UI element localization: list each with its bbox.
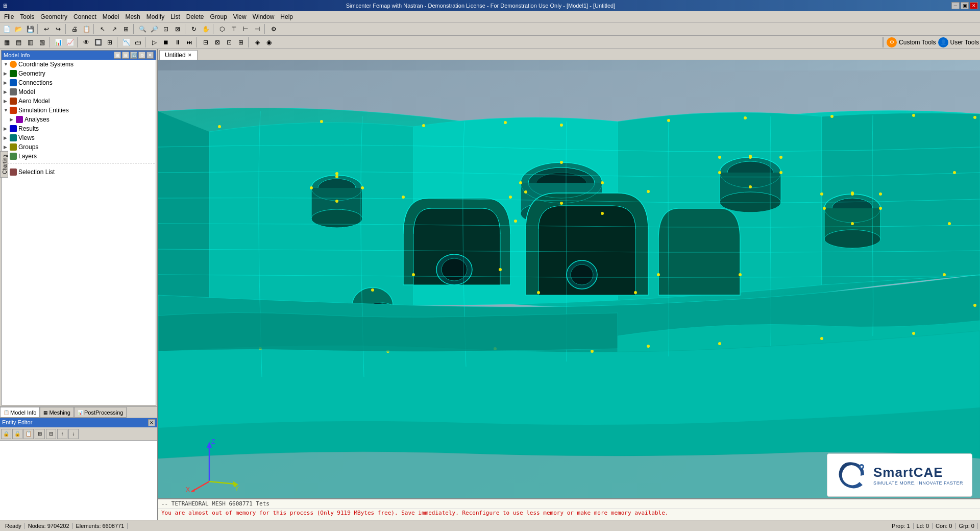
menu-modify[interactable]: Modify bbox=[143, 12, 167, 21]
zoom-all-button[interactable]: ⊠ bbox=[172, 23, 183, 35]
tree-connections[interactable]: ▶ Connections bbox=[2, 78, 156, 87]
save-button[interactable]: 💾 bbox=[24, 23, 36, 35]
tree-aero-model[interactable]: ▶ Aero Model bbox=[2, 96, 156, 106]
select-button[interactable]: ↖ bbox=[97, 23, 108, 35]
tree-coordinate-systems[interactable]: ▼ Coordinate Systems bbox=[2, 60, 156, 69]
custom-tools-label[interactable]: Custom Tools bbox=[899, 39, 936, 46]
viewport-tab-close[interactable]: ✕ bbox=[188, 53, 192, 58]
svg-point-82 bbox=[335, 172, 338, 175]
view-button[interactable]: 👁 bbox=[81, 37, 92, 48]
view-iso-button[interactable]: ⬡ bbox=[216, 23, 228, 35]
results2-button[interactable]: 🗃 bbox=[132, 37, 143, 48]
zoom-out-button[interactable]: 🔎 bbox=[149, 23, 160, 35]
view-front-button[interactable]: ⊢ bbox=[240, 23, 251, 35]
panel-icon3[interactable]: 🔢 bbox=[130, 52, 137, 59]
minimize-button[interactable]: ─ bbox=[951, 2, 960, 9]
disp3-button[interactable]: ⊡ bbox=[224, 37, 235, 48]
entity-close[interactable]: ✕ bbox=[148, 419, 155, 426]
extra2-button[interactable]: ◉ bbox=[263, 37, 275, 48]
ee-btn4[interactable]: ⊞ bbox=[35, 429, 45, 439]
tree-layers[interactable]: ▶ Layers bbox=[2, 152, 156, 161]
sep13 bbox=[248, 37, 250, 47]
ee-btn5[interactable]: ⊟ bbox=[46, 429, 56, 439]
results-button[interactable]: 📉 bbox=[120, 37, 132, 48]
tab-meshing[interactable]: ▦ Meshing bbox=[40, 407, 74, 418]
copy-button[interactable]: 📋 bbox=[81, 23, 92, 35]
ee-btn3[interactable]: 📋 bbox=[23, 429, 34, 439]
undo-button[interactable]: ↩ bbox=[41, 23, 52, 35]
viewport-tab-untitled[interactable]: Untitled ✕ bbox=[159, 50, 198, 60]
panel-icon2[interactable]: ⊟ bbox=[122, 52, 129, 59]
disp2-button[interactable]: ⊠ bbox=[212, 37, 223, 48]
sim1-button[interactable]: ▷ bbox=[149, 37, 160, 48]
menu-file[interactable]: File bbox=[1, 12, 17, 21]
mesh2-button[interactable]: ▤ bbox=[13, 37, 24, 48]
open-button[interactable]: 📂 bbox=[13, 23, 24, 35]
mesh3-button[interactable]: ▥ bbox=[24, 37, 36, 48]
menu-help[interactable]: Help bbox=[277, 12, 296, 21]
tab-model-info[interactable]: 📋 Model Info bbox=[0, 407, 40, 418]
tree-selection-list[interactable]: ▶ Selection List bbox=[2, 167, 156, 177]
zoom-in-button[interactable]: 🔍 bbox=[137, 23, 148, 35]
tree-geometry[interactable]: ▶ Geometry bbox=[2, 69, 156, 78]
menu-group[interactable]: Group bbox=[207, 12, 230, 21]
analysis2-button[interactable]: 📈 bbox=[64, 37, 76, 48]
options-button[interactable]: ⚙ bbox=[268, 23, 279, 35]
view-top-button[interactable]: ⊤ bbox=[228, 23, 239, 35]
view2-button[interactable]: 🔲 bbox=[92, 37, 104, 48]
smartcae-logo: SmartCAE SIMULATE MORE, INNOVATE FASTER bbox=[827, 453, 972, 497]
close-button[interactable]: ✕ bbox=[970, 2, 978, 9]
tree-analyses[interactable]: ▶ Analyses bbox=[2, 115, 156, 124]
svg-point-59 bbox=[591, 350, 594, 353]
disp1-button[interactable]: ⊟ bbox=[200, 37, 211, 48]
panel-icon4[interactable]: ⚙ bbox=[138, 52, 145, 59]
sim3-button[interactable]: ⏸ bbox=[172, 37, 183, 48]
sim2-button[interactable]: ⏹ bbox=[160, 37, 172, 48]
panel-icon1[interactable]: ⊞ bbox=[114, 52, 121, 59]
menu-delete[interactable]: Delete bbox=[183, 12, 207, 21]
tree-model[interactable]: ▶ Model bbox=[2, 87, 156, 96]
ee-btn6[interactable]: ↑ bbox=[57, 429, 67, 439]
sim4-button[interactable]: ⏭ bbox=[184, 37, 195, 48]
menu-window[interactable]: Window bbox=[250, 12, 278, 21]
tab-postprocessing[interactable]: 📊 PostProcessing bbox=[74, 407, 127, 418]
pan-button[interactable]: ✋ bbox=[200, 23, 211, 35]
app-icon: 🖥 bbox=[2, 3, 8, 9]
ee-btn1[interactable]: 🔒 bbox=[1, 429, 11, 439]
print-button[interactable]: 🖨 bbox=[69, 23, 80, 35]
ee-btn7[interactable]: ↓ bbox=[68, 429, 79, 439]
panel-close[interactable]: ✕ bbox=[146, 52, 154, 59]
menu-view[interactable]: View bbox=[230, 12, 250, 21]
conn-arrow: ▶ bbox=[4, 80, 10, 85]
panel-controls: ⊞ ⊟ 🔢 ⚙ ✕ bbox=[114, 52, 154, 59]
menu-mesh[interactable]: Mesh bbox=[122, 12, 143, 21]
new-button[interactable]: 📄 bbox=[1, 23, 12, 35]
ee-btn2[interactable]: 🔓 bbox=[12, 429, 22, 439]
select2-button[interactable]: ↗ bbox=[109, 23, 120, 35]
menu-geometry[interactable]: Geometry bbox=[37, 12, 70, 21]
menu-tools[interactable]: Tools bbox=[17, 12, 37, 21]
menu-connect[interactable]: Connect bbox=[70, 12, 100, 21]
analysis-button[interactable]: 📊 bbox=[53, 37, 64, 48]
user-tools-label[interactable]: User Tools bbox=[950, 39, 979, 46]
viewport-canvas[interactable]: Z X Y bbox=[158, 60, 980, 520]
tree-views[interactable]: ▶ Views bbox=[2, 133, 156, 142]
rotate-button[interactable]: ↻ bbox=[188, 23, 200, 35]
tree-results[interactable]: ▶ Results bbox=[2, 124, 156, 133]
disp4-button[interactable]: ⊞ bbox=[235, 37, 247, 48]
charting-tab[interactable]: Charting bbox=[0, 151, 8, 178]
select3-button[interactable]: ⊞ bbox=[120, 23, 132, 35]
zoom-box-button[interactable]: ⊡ bbox=[160, 23, 172, 35]
menu-model[interactable]: Model bbox=[100, 12, 122, 21]
extra1-button[interactable]: ◈ bbox=[252, 37, 263, 48]
view-right-button[interactable]: ⊣ bbox=[252, 23, 263, 35]
menu-list[interactable]: List bbox=[167, 12, 183, 21]
postprocessing-tab-icon: 📊 bbox=[78, 410, 83, 415]
mesh-button[interactable]: ▦ bbox=[1, 37, 12, 48]
tree-groups[interactable]: ▶ Groups bbox=[2, 142, 156, 152]
view3-button[interactable]: ⊞ bbox=[104, 37, 115, 48]
mesh4-button[interactable]: ▧ bbox=[36, 37, 47, 48]
redo-button[interactable]: ↪ bbox=[53, 23, 64, 35]
tree-simulation-entities[interactable]: ▼ Simulation Entities bbox=[2, 106, 156, 115]
restore-button[interactable]: ▣ bbox=[961, 2, 969, 9]
